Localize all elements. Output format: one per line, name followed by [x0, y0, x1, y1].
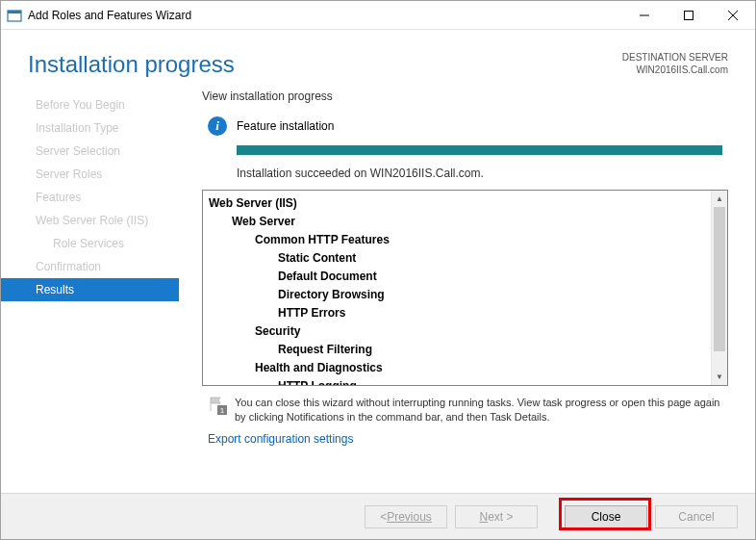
tree-node: Static Content — [209, 249, 705, 268]
sidebar-item-results[interactable]: Results — [1, 278, 179, 301]
tree-node: Request Filtering — [209, 341, 705, 359]
sidebar-item-confirmation: Confirmation — [1, 255, 179, 278]
app-icon — [7, 8, 22, 23]
sidebar-item-role-services: Role Services — [1, 232, 179, 255]
scroll-thumb[interactable] — [714, 207, 725, 351]
sidebar-item-installation-type: Installation Type — [1, 116, 179, 140]
svg-rect-1 — [8, 11, 21, 13]
next-button: Next > — [455, 505, 538, 528]
destination-server: WIN2016IIS.Call.com — [622, 64, 728, 76]
tree-node: Health and Diagnostics — [209, 359, 705, 377]
close-button[interactable]: Close — [565, 505, 647, 528]
scroll-down-icon[interactable]: ▼ — [712, 369, 727, 385]
svg-rect-3 — [685, 11, 693, 19]
status-row: i Feature installation — [202, 116, 728, 136]
succeeded-text: Installation succeeded on WIN2016IIS.Cal… — [237, 167, 728, 180]
previous-button: < Previous — [365, 505, 447, 528]
results-tree: Web Server (IIS)Web ServerCommon HTTP Fe… — [202, 190, 728, 386]
tree-node: HTTP Errors — [209, 304, 705, 322]
hint-row: 1 You can close this wizard without inte… — [202, 396, 728, 424]
tree-node: Security — [209, 322, 705, 341]
scroll-track[interactable] — [712, 351, 727, 369]
status-text: Feature installation — [237, 119, 334, 133]
tree-node: Default Document — [209, 268, 705, 286]
flag-badge: 1 — [217, 405, 227, 415]
close-window-button[interactable] — [711, 1, 755, 30]
cancel-button: Cancel — [655, 505, 738, 528]
minimize-button[interactable] — [622, 1, 667, 30]
scrollbar[interactable]: ▲ ▼ — [711, 191, 727, 385]
destination-info: DESTINATION SERVER WIN2016IIS.Call.com — [622, 51, 728, 76]
subtitle: View installation progress — [202, 90, 728, 103]
tree-node: Common HTTP Features — [209, 231, 705, 249]
page-title: Installation progress — [28, 51, 235, 78]
footer: < Previous Next > Close Cancel — [1, 493, 755, 539]
titlebar: Add Roles and Features Wizard — [1, 1, 755, 30]
sidebar-item-server-selection: Server Selection — [1, 140, 179, 163]
tree-node: Web Server — [209, 213, 705, 231]
flag-icon: 1 — [208, 396, 225, 413]
sidebar-item-before-you-begin: Before You Begin — [1, 93, 179, 116]
results-tree-content: Web Server (IIS)Web ServerCommon HTTP Fe… — [203, 191, 711, 385]
hint-text: You can close this wizard without interr… — [235, 396, 728, 424]
tree-node: Web Server (IIS) — [209, 194, 705, 213]
sidebar-item-server-roles: Server Roles — [1, 163, 179, 186]
main-panel: View installation progress i Feature ins… — [179, 90, 755, 455]
destination-label: DESTINATION SERVER — [622, 51, 728, 64]
header: Installation progress DESTINATION SERVER… — [1, 30, 755, 90]
sidebar-item-web-server-role: Web Server Role (IIS) — [1, 209, 179, 232]
scroll-up-icon[interactable]: ▲ — [712, 191, 727, 207]
window-title: Add Roles and Features Wizard — [28, 9, 622, 22]
tree-node: HTTP Logging — [209, 377, 705, 385]
export-link[interactable]: Export configuration settings — [202, 432, 728, 446]
maximize-button[interactable] — [667, 1, 711, 30]
tree-node: Directory Browsing — [209, 286, 705, 304]
sidebar-item-features: Features — [1, 186, 179, 209]
progress-bar — [237, 145, 722, 155]
wizard-sidebar: Before You Begin Installation Type Serve… — [1, 90, 179, 455]
info-icon: i — [208, 116, 227, 136]
